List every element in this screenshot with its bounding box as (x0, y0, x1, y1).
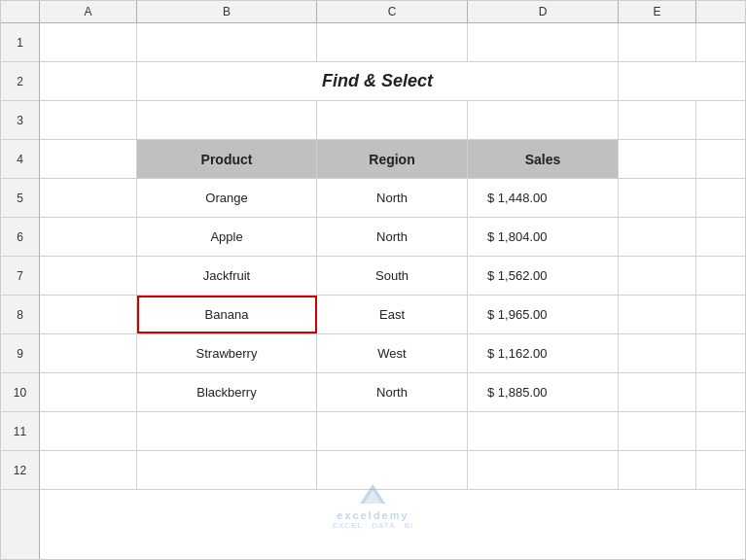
cell-c3[interactable] (317, 101, 468, 139)
watermark-tagline: EXCEL · DATA · BI (333, 521, 414, 530)
cell-a6[interactable] (40, 218, 137, 256)
cell-b6-product[interactable]: Apple (137, 218, 317, 256)
cell-c11[interactable] (317, 412, 468, 450)
cell-b3[interactable] (137, 101, 317, 139)
cell-d8-sales[interactable]: $ 1,965.00 (468, 296, 619, 333)
cell-a2[interactable] (40, 62, 137, 100)
cell-a11[interactable] (40, 412, 137, 450)
row-num-8[interactable]: 8 (1, 296, 39, 334)
cell-e7[interactable] (619, 257, 696, 295)
column-headers: A B C D E (1, 1, 745, 23)
cell-e10[interactable] (619, 373, 696, 411)
row-10: Blackberry North $ 1,885.00 (40, 373, 745, 412)
row-num-5[interactable]: 5 (1, 179, 39, 218)
cell-a8[interactable] (40, 296, 137, 333)
cell-e1[interactable] (619, 23, 696, 61)
row-num-2[interactable]: 2 (1, 62, 39, 101)
col-header-d[interactable]: D (468, 1, 619, 22)
cell-d3[interactable] (468, 101, 619, 139)
cell-d11[interactable] (468, 412, 619, 450)
cell-b5-product[interactable]: Orange (137, 179, 317, 217)
cell-c5-region[interactable]: North (317, 179, 468, 217)
cell-b9-product[interactable]: Strawberry (137, 334, 317, 372)
cell-c4-header[interactable]: Region (317, 140, 468, 178)
cell-d1[interactable] (468, 23, 619, 61)
cell-e5[interactable] (619, 179, 696, 217)
row-numbers: 1 2 3 4 5 6 7 8 9 10 11 12 (1, 23, 40, 559)
cell-a7[interactable] (40, 257, 137, 295)
row-11 (40, 412, 745, 451)
cell-c10-region[interactable]: North (317, 373, 468, 411)
row-1 (40, 23, 745, 62)
cell-a3[interactable] (40, 101, 137, 139)
cell-d5-sales[interactable]: $ 1,448.00 (468, 179, 619, 217)
watermark-name: exceldemy (337, 509, 409, 521)
cell-b8-product-banana[interactable]: Banana (137, 296, 317, 333)
row-num-9[interactable]: 9 (1, 334, 39, 373)
cell-d6-sales[interactable]: $ 1,804.00 (468, 218, 619, 256)
spreadsheet: A B C D E 1 2 3 4 5 6 7 8 9 10 11 12 (0, 0, 746, 560)
row-5: Orange North $ 1,448.00 (40, 179, 745, 218)
cell-e8[interactable] (619, 296, 696, 333)
cell-c1[interactable] (317, 23, 468, 61)
col-header-a[interactable]: A (40, 1, 137, 22)
cell-c7-region[interactable]: South (317, 257, 468, 295)
row-num-11[interactable]: 11 (1, 412, 39, 451)
cell-a12[interactable] (40, 451, 137, 489)
cell-b2-title[interactable]: Find & Select (137, 62, 619, 100)
cell-a1[interactable] (40, 23, 137, 61)
col-header-c[interactable]: C (317, 1, 468, 22)
cell-b4-header[interactable]: Product (137, 140, 317, 178)
cell-a4[interactable] (40, 140, 137, 178)
cell-d12[interactable] (468, 451, 619, 489)
cell-b11[interactable] (137, 412, 317, 450)
cell-d4-header[interactable]: Sales (468, 140, 619, 178)
cell-e6[interactable] (619, 218, 696, 256)
cell-d10-sales[interactable]: $ 1,885.00 (468, 373, 619, 411)
cell-c8-region[interactable]: East (317, 296, 468, 333)
cell-e12[interactable] (619, 451, 696, 489)
cell-e4[interactable] (619, 140, 696, 178)
watermark-logo-icon (358, 482, 387, 509)
cell-d9-sales[interactable]: $ 1,162.00 (468, 334, 619, 372)
cell-b7-product[interactable]: Jackfruit (137, 257, 317, 295)
row-8: Banana East $ 1,965.00 (40, 296, 745, 334)
cell-b12[interactable] (137, 451, 317, 489)
row-num-6[interactable]: 6 (1, 218, 39, 257)
grid-area: Find & Select Product Region Sales (40, 23, 745, 559)
row-2: Find & Select (40, 62, 745, 101)
cell-a5[interactable] (40, 179, 137, 217)
col-header-b[interactable]: B (137, 1, 317, 22)
cell-c6-region[interactable]: North (317, 218, 468, 256)
row-6: Apple North $ 1,804.00 (40, 218, 745, 257)
row-7: Jackfruit South $ 1,562.00 (40, 257, 745, 296)
cell-e9[interactable] (619, 334, 696, 372)
row-3 (40, 101, 745, 140)
row-num-1[interactable]: 1 (1, 23, 39, 62)
cell-c9-region[interactable]: West (317, 334, 468, 372)
cell-b1[interactable] (137, 23, 317, 61)
rows-area: 1 2 3 4 5 6 7 8 9 10 11 12 (1, 23, 745, 559)
row-9: Strawberry West $ 1,162.00 (40, 334, 745, 373)
row-num-12[interactable]: 12 (1, 451, 39, 490)
cell-a9[interactable] (40, 334, 137, 372)
cell-b10-product[interactable]: Blackberry (137, 373, 317, 411)
cell-a10[interactable] (40, 373, 137, 411)
row-num-4[interactable]: 4 (1, 140, 39, 179)
cell-e3[interactable] (619, 101, 696, 139)
row-num-7[interactable]: 7 (1, 257, 39, 296)
row-num-3[interactable]: 3 (1, 101, 39, 140)
row-4: Product Region Sales (40, 140, 745, 179)
cell-e11[interactable] (619, 412, 696, 450)
corner-cell (1, 1, 40, 22)
cell-d7-sales[interactable]: $ 1,562.00 (468, 257, 619, 295)
col-header-e[interactable]: E (619, 1, 696, 22)
watermark: exceldemy EXCEL · DATA · BI (333, 482, 414, 530)
row-num-10[interactable]: 10 (1, 373, 39, 412)
